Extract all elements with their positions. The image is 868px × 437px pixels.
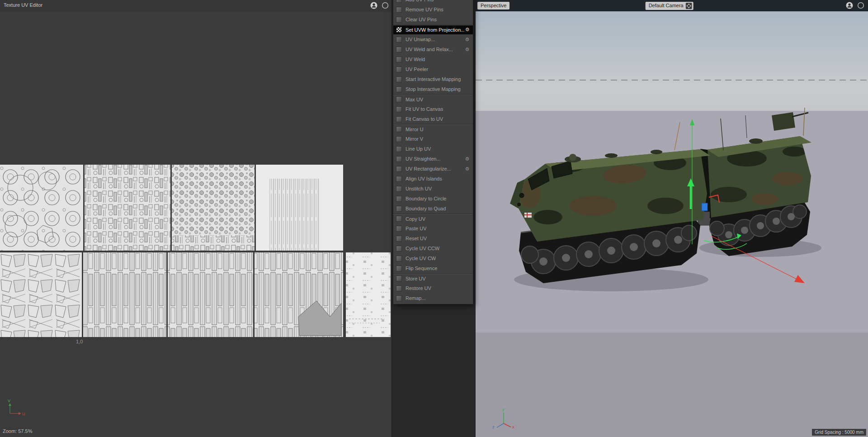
menu-item-icon — [396, 176, 402, 182]
grid-spacing-label: Grid Spacing : 5000 mm — [812, 429, 866, 436]
menu-item-restore-uv[interactable]: Restore UV ⚙ — [393, 283, 473, 293]
menu-item-max-uv[interactable]: Max UV ⚙ — [393, 94, 473, 104]
camera-label: Default Camera — [649, 3, 684, 9]
menu-item-mirror-v[interactable]: Mirror V ⚙ — [393, 134, 473, 144]
view-mode-label: Perspective — [481, 3, 506, 8]
menu-item-icon — [396, 266, 402, 271]
uv-tile[interactable] — [168, 252, 253, 337]
vehicle-model[interactable] — [510, 108, 821, 291]
uv-tile[interactable] — [83, 252, 166, 337]
menu-item-icon — [396, 216, 402, 222]
menu-item-icon — [396, 96, 402, 102]
menu-item-uv-weld-and-relax[interactable]: UV Weld and Relax... ⚙ — [393, 44, 473, 54]
menu-item-remap[interactable]: Remap... ⚙ — [393, 293, 473, 303]
gear-icon[interactable]: ⚙ — [464, 157, 470, 162]
menu-item-icon — [396, 236, 402, 242]
menu-item-icon — [396, 136, 402, 142]
menu-item-icon — [396, 66, 402, 72]
3d-viewport[interactable]: Perspective Default Camera y x z Grid Sp… — [476, 0, 868, 437]
orbit-ring-icon[interactable] — [857, 2, 864, 9]
texture-uv-editor-panel: Texture UV Editor — [0, 0, 392, 437]
menu-item-stop-interactive-mapping[interactable]: Stop Interactive Mapping ⚙ — [393, 84, 473, 94]
menu-item-icon — [396, 146, 402, 152]
menu-item-icon — [396, 76, 402, 82]
menu-item-icon — [396, 256, 402, 261]
menu-item-icon — [396, 276, 402, 281]
menu-item-copy-uv[interactable]: Copy UV ⚙ — [393, 214, 473, 223]
uv-context-menu: Add UV Pins ⚙ Remove UV Pins ⚙ Clear UV … — [393, 0, 473, 304]
menu-item-icon — [396, 206, 402, 212]
menu-item-icon — [396, 186, 402, 192]
menu-item-boundary-to-quad[interactable]: Boundary to Quad ⚙ — [393, 204, 473, 214]
world-axis-indicator: y x z — [486, 404, 518, 429]
menu-item-cycle-uv-cw[interactable]: Cycle UV CW ⚙ — [393, 253, 473, 263]
uv-coordinate-label: 1,0 — [76, 339, 83, 344]
menu-item-icon — [396, 295, 402, 301]
menu-item-icon — [396, 156, 402, 162]
menu-item-line-up-uv[interactable]: Line Up UV ⚙ — [393, 144, 473, 154]
uv-tile-detail — [172, 235, 255, 251]
menu-item-set-uvw-from-projection[interactable]: Set UVW from Projection... ⚙ — [393, 24, 473, 34]
menu-item-icon — [396, 246, 402, 252]
menu-item-clear-uv-pins[interactable]: Clear UV Pins ⚙ — [393, 14, 473, 24]
menu-item-icon — [396, 285, 402, 291]
menu-item-uv-weld[interactable]: UV Weld ⚙ — [393, 54, 473, 64]
menu-item-store-uv[interactable]: Store UV ⚙ — [393, 273, 473, 283]
menu-item-add-uv-pins[interactable]: Add UV Pins ⚙ — [393, 0, 473, 5]
axis-y-label: y — [502, 407, 505, 412]
uv-tile[interactable] — [85, 165, 170, 251]
uv-axis-indicator: V U — [7, 398, 29, 419]
menu-item-icon — [396, 37, 402, 43]
menu-item-icon — [396, 27, 402, 33]
gear-icon[interactable]: ⚙ — [464, 37, 470, 42]
menu-item-flip-sequence[interactable]: Flip Sequence ⚙ — [393, 263, 473, 273]
gizmo-blue-handle[interactable] — [702, 203, 708, 211]
menu-item-icon — [396, 17, 402, 23]
menu-item-fit-canvas-to-uv[interactable]: Fit Canvas to UV ⚙ — [393, 114, 473, 124]
axis-u-label: U — [22, 412, 25, 416]
menu-item-icon — [396, 226, 402, 232]
menu-item-start-interactive-mapping[interactable]: Start Interactive Mapping ⚙ — [393, 74, 473, 84]
menu-item-uv-straighten[interactable]: UV Straighten... ⚙ — [393, 154, 473, 164]
menu-item-icon — [396, 116, 402, 122]
menu-item-icon — [396, 166, 402, 172]
menu-item-uv-peeler[interactable]: UV Peeler ⚙ — [393, 64, 473, 74]
camera-selector-button[interactable]: Default Camera — [646, 2, 693, 10]
menu-item-boundary-to-circle[interactable]: Boundary to Circle ⚙ — [393, 194, 473, 204]
menu-item-uv-rectangularize[interactable]: UV Rectangularize... ⚙ — [393, 164, 473, 174]
axis-x-label: x — [512, 425, 514, 429]
menu-item-icon — [396, 7, 402, 13]
uv-tile[interactable] — [346, 252, 391, 337]
menu-item-align-uv-islands[interactable]: Align UV Islands ⚙ — [393, 174, 473, 184]
menu-item-remove-uv-pins[interactable]: Remove UV Pins ⚙ — [393, 5, 473, 14]
zoom-level-label: Zoom: 57.5% — [3, 428, 32, 434]
user-icon[interactable] — [846, 2, 853, 9]
menu-item-icon — [396, 0, 402, 3]
menu-item-fit-uv-to-canvas[interactable]: Fit UV to Canvas ⚙ — [393, 104, 473, 114]
menu-item-icon — [396, 47, 402, 52]
menu-item-paste-uv[interactable]: Paste UV ⚙ — [393, 223, 473, 233]
axis-z-label: z — [492, 425, 495, 429]
menu-item-mirror-u[interactable]: Mirror U ⚙ — [393, 124, 473, 134]
uv-tile[interactable] — [0, 252, 82, 337]
viewport-scene[interactable] — [476, 0, 868, 437]
camera-pad-icon[interactable] — [686, 3, 692, 9]
axis-v-label: V — [8, 399, 10, 403]
uv-canvas[interactable] — [0, 0, 392, 437]
menu-item-icon — [396, 196, 402, 202]
view-mode-button[interactable]: Perspective — [477, 2, 509, 10]
menu-item-icon — [396, 57, 402, 62]
menu-item-cycle-uv-ccw[interactable]: Cycle UV CCW ⚙ — [393, 243, 473, 253]
menu-item-icon — [396, 86, 402, 92]
gear-icon[interactable]: ⚙ — [464, 47, 470, 52]
gear-icon[interactable]: ⚙ — [464, 27, 470, 32]
menu-item-unstitch-uv[interactable]: Unstitch UV ⚙ — [393, 184, 473, 194]
gear-icon[interactable]: ⚙ — [464, 166, 470, 171]
menu-item-icon — [396, 106, 402, 112]
uv-tile-detail — [269, 179, 319, 251]
menu-item-icon — [396, 126, 402, 132]
menu-item-uv-unwrap[interactable]: UV Unwrap... ⚙ — [393, 34, 473, 44]
menu-item-reset-uv[interactable]: Reset UV ⚙ — [393, 233, 473, 243]
